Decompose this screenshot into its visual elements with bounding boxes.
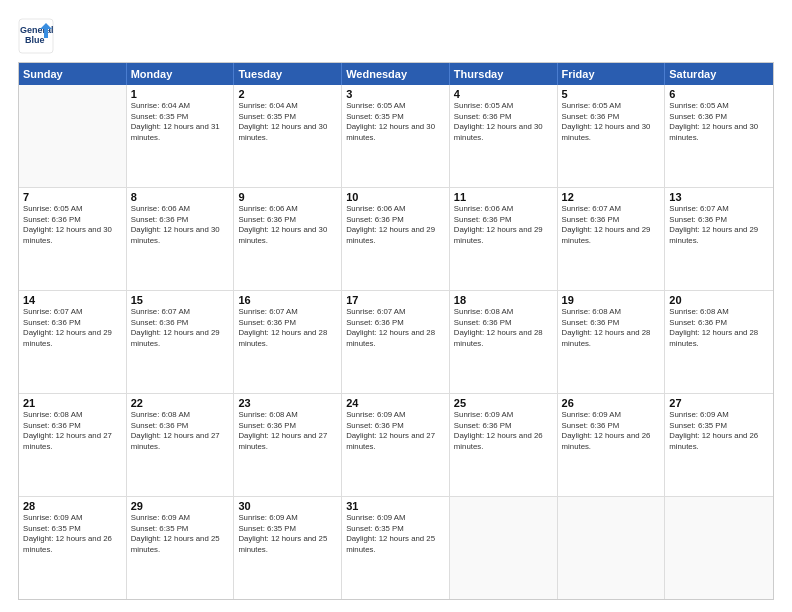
day-number: 18	[454, 294, 553, 306]
cell-text: Sunrise: 6:07 AM Sunset: 6:36 PM Dayligh…	[23, 307, 122, 349]
cell-text: Sunrise: 6:05 AM Sunset: 6:36 PM Dayligh…	[669, 101, 769, 143]
day-number: 28	[23, 500, 122, 512]
cell-text: Sunrise: 6:07 AM Sunset: 6:36 PM Dayligh…	[238, 307, 337, 349]
day-number: 6	[669, 88, 769, 100]
day-cell-13: 13Sunrise: 6:07 AM Sunset: 6:36 PM Dayli…	[665, 188, 773, 290]
day-cell-21: 21Sunrise: 6:08 AM Sunset: 6:36 PM Dayli…	[19, 394, 127, 496]
day-number: 14	[23, 294, 122, 306]
day-number: 26	[562, 397, 661, 409]
cell-text: Sunrise: 6:09 AM Sunset: 6:36 PM Dayligh…	[346, 410, 445, 452]
cell-text: Sunrise: 6:09 AM Sunset: 6:35 PM Dayligh…	[669, 410, 769, 452]
day-header-thursday: Thursday	[450, 63, 558, 85]
day-cell-11: 11Sunrise: 6:06 AM Sunset: 6:36 PM Dayli…	[450, 188, 558, 290]
week-2: 7Sunrise: 6:05 AM Sunset: 6:36 PM Daylig…	[19, 188, 773, 291]
day-number: 15	[131, 294, 230, 306]
cell-text: Sunrise: 6:08 AM Sunset: 6:36 PM Dayligh…	[562, 307, 661, 349]
day-number: 29	[131, 500, 230, 512]
day-header-monday: Monday	[127, 63, 235, 85]
week-5: 28Sunrise: 6:09 AM Sunset: 6:35 PM Dayli…	[19, 497, 773, 599]
logo: General Blue	[18, 18, 54, 54]
day-cell-30: 30Sunrise: 6:09 AM Sunset: 6:35 PM Dayli…	[234, 497, 342, 599]
day-cell-16: 16Sunrise: 6:07 AM Sunset: 6:36 PM Dayli…	[234, 291, 342, 393]
empty-cell	[558, 497, 666, 599]
day-cell-26: 26Sunrise: 6:09 AM Sunset: 6:36 PM Dayli…	[558, 394, 666, 496]
empty-cell	[665, 497, 773, 599]
day-number: 21	[23, 397, 122, 409]
day-cell-27: 27Sunrise: 6:09 AM Sunset: 6:35 PM Dayli…	[665, 394, 773, 496]
cell-text: Sunrise: 6:09 AM Sunset: 6:35 PM Dayligh…	[131, 513, 230, 555]
cell-text: Sunrise: 6:09 AM Sunset: 6:36 PM Dayligh…	[562, 410, 661, 452]
day-cell-18: 18Sunrise: 6:08 AM Sunset: 6:36 PM Dayli…	[450, 291, 558, 393]
day-number: 1	[131, 88, 230, 100]
day-cell-7: 7Sunrise: 6:05 AM Sunset: 6:36 PM Daylig…	[19, 188, 127, 290]
day-cell-12: 12Sunrise: 6:07 AM Sunset: 6:36 PM Dayli…	[558, 188, 666, 290]
day-cell-31: 31Sunrise: 6:09 AM Sunset: 6:35 PM Dayli…	[342, 497, 450, 599]
day-cell-24: 24Sunrise: 6:09 AM Sunset: 6:36 PM Dayli…	[342, 394, 450, 496]
cell-text: Sunrise: 6:05 AM Sunset: 6:36 PM Dayligh…	[562, 101, 661, 143]
day-cell-22: 22Sunrise: 6:08 AM Sunset: 6:36 PM Dayli…	[127, 394, 235, 496]
day-cell-6: 6Sunrise: 6:05 AM Sunset: 6:36 PM Daylig…	[665, 85, 773, 187]
day-number: 27	[669, 397, 769, 409]
cell-text: Sunrise: 6:09 AM Sunset: 6:36 PM Dayligh…	[454, 410, 553, 452]
cell-text: Sunrise: 6:04 AM Sunset: 6:35 PM Dayligh…	[131, 101, 230, 143]
calendar-body: 1Sunrise: 6:04 AM Sunset: 6:35 PM Daylig…	[19, 85, 773, 599]
calendar-header: SundayMondayTuesdayWednesdayThursdayFrid…	[19, 63, 773, 85]
day-number: 5	[562, 88, 661, 100]
day-number: 23	[238, 397, 337, 409]
calendar: SundayMondayTuesdayWednesdayThursdayFrid…	[18, 62, 774, 600]
day-header-tuesday: Tuesday	[234, 63, 342, 85]
day-cell-20: 20Sunrise: 6:08 AM Sunset: 6:36 PM Dayli…	[665, 291, 773, 393]
day-cell-4: 4Sunrise: 6:05 AM Sunset: 6:36 PM Daylig…	[450, 85, 558, 187]
day-number: 20	[669, 294, 769, 306]
cell-text: Sunrise: 6:04 AM Sunset: 6:35 PM Dayligh…	[238, 101, 337, 143]
cell-text: Sunrise: 6:06 AM Sunset: 6:36 PM Dayligh…	[131, 204, 230, 246]
svg-text:Blue: Blue	[25, 35, 45, 45]
cell-text: Sunrise: 6:09 AM Sunset: 6:35 PM Dayligh…	[238, 513, 337, 555]
cell-text: Sunrise: 6:08 AM Sunset: 6:36 PM Dayligh…	[23, 410, 122, 452]
day-number: 16	[238, 294, 337, 306]
day-number: 13	[669, 191, 769, 203]
cell-text: Sunrise: 6:09 AM Sunset: 6:35 PM Dayligh…	[346, 513, 445, 555]
cell-text: Sunrise: 6:08 AM Sunset: 6:36 PM Dayligh…	[238, 410, 337, 452]
day-header-saturday: Saturday	[665, 63, 773, 85]
day-header-sunday: Sunday	[19, 63, 127, 85]
day-cell-17: 17Sunrise: 6:07 AM Sunset: 6:36 PM Dayli…	[342, 291, 450, 393]
cell-text: Sunrise: 6:06 AM Sunset: 6:36 PM Dayligh…	[238, 204, 337, 246]
day-number: 24	[346, 397, 445, 409]
cell-text: Sunrise: 6:08 AM Sunset: 6:36 PM Dayligh…	[454, 307, 553, 349]
day-number: 3	[346, 88, 445, 100]
cell-text: Sunrise: 6:08 AM Sunset: 6:36 PM Dayligh…	[669, 307, 769, 349]
day-number: 7	[23, 191, 122, 203]
day-number: 17	[346, 294, 445, 306]
day-cell-14: 14Sunrise: 6:07 AM Sunset: 6:36 PM Dayli…	[19, 291, 127, 393]
day-cell-28: 28Sunrise: 6:09 AM Sunset: 6:35 PM Dayli…	[19, 497, 127, 599]
cell-text: Sunrise: 6:05 AM Sunset: 6:36 PM Dayligh…	[454, 101, 553, 143]
day-number: 25	[454, 397, 553, 409]
day-header-friday: Friday	[558, 63, 666, 85]
cell-text: Sunrise: 6:09 AM Sunset: 6:35 PM Dayligh…	[23, 513, 122, 555]
empty-cell	[19, 85, 127, 187]
day-cell-2: 2Sunrise: 6:04 AM Sunset: 6:35 PM Daylig…	[234, 85, 342, 187]
day-number: 31	[346, 500, 445, 512]
cell-text: Sunrise: 6:06 AM Sunset: 6:36 PM Dayligh…	[454, 204, 553, 246]
header: General Blue	[18, 18, 774, 54]
cell-text: Sunrise: 6:05 AM Sunset: 6:35 PM Dayligh…	[346, 101, 445, 143]
logo-icon: General Blue	[18, 18, 54, 54]
cell-text: Sunrise: 6:05 AM Sunset: 6:36 PM Dayligh…	[23, 204, 122, 246]
cell-text: Sunrise: 6:07 AM Sunset: 6:36 PM Dayligh…	[131, 307, 230, 349]
day-cell-10: 10Sunrise: 6:06 AM Sunset: 6:36 PM Dayli…	[342, 188, 450, 290]
cell-text: Sunrise: 6:07 AM Sunset: 6:36 PM Dayligh…	[562, 204, 661, 246]
day-header-wednesday: Wednesday	[342, 63, 450, 85]
cell-text: Sunrise: 6:06 AM Sunset: 6:36 PM Dayligh…	[346, 204, 445, 246]
week-3: 14Sunrise: 6:07 AM Sunset: 6:36 PM Dayli…	[19, 291, 773, 394]
day-number: 4	[454, 88, 553, 100]
day-number: 8	[131, 191, 230, 203]
day-cell-3: 3Sunrise: 6:05 AM Sunset: 6:35 PM Daylig…	[342, 85, 450, 187]
week-4: 21Sunrise: 6:08 AM Sunset: 6:36 PM Dayli…	[19, 394, 773, 497]
cell-text: Sunrise: 6:07 AM Sunset: 6:36 PM Dayligh…	[346, 307, 445, 349]
week-1: 1Sunrise: 6:04 AM Sunset: 6:35 PM Daylig…	[19, 85, 773, 188]
day-number: 22	[131, 397, 230, 409]
day-number: 10	[346, 191, 445, 203]
cell-text: Sunrise: 6:08 AM Sunset: 6:36 PM Dayligh…	[131, 410, 230, 452]
day-cell-19: 19Sunrise: 6:08 AM Sunset: 6:36 PM Dayli…	[558, 291, 666, 393]
